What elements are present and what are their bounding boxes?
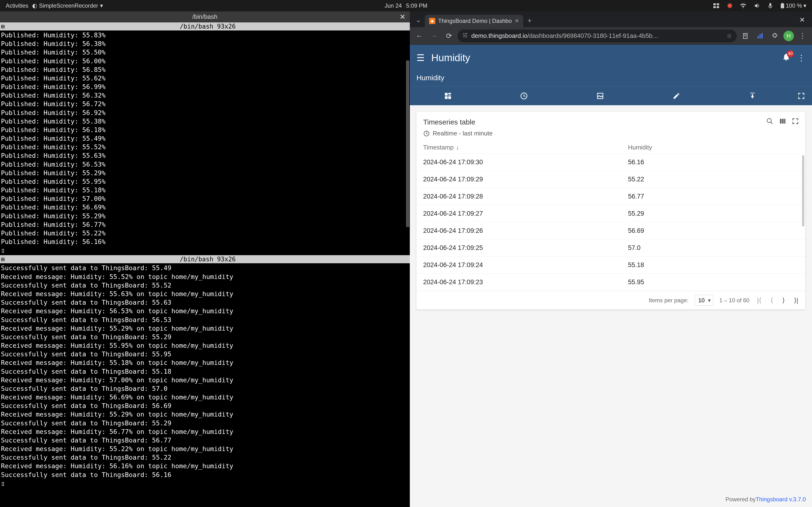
table-scrollbar-thumb[interactable] [802,155,804,227]
table-row[interactable]: 2024-06-24 17:09:24 55.18 [416,257,805,274]
favicon-icon: ◆ [429,18,435,24]
svg-rect-23 [445,96,448,99]
recording-indicator[interactable] [726,3,734,9]
notifications-button[interactable]: 40 [782,53,791,63]
analytics-icon[interactable] [754,30,766,42]
new-tab-button[interactable]: + [523,14,536,27]
gnome-top-bar: Activities ◐ SimpleScreenRecorder ▾ Jun … [0,0,812,11]
cell-humidity: 55.95 [628,279,799,286]
page-size-select[interactable]: 10 [695,295,713,305]
terminal-titlebar[interactable]: /bin/bash ✕ [0,11,410,22]
cell-humidity: 55.29 [628,210,799,217]
footer-link[interactable]: Thingsboard v.3.7.0 [756,496,806,503]
tab-close-button[interactable]: ✕ [515,18,519,24]
svg-rect-17 [758,36,759,39]
terminal-pane-top[interactable]: ⊞ /bin/bash 93x26 Published: Humidity: 5… [0,22,410,255]
profile-avatar[interactable]: H [783,31,794,41]
columns-icon[interactable] [779,118,786,126]
timewindow-button[interactable] [486,87,562,105]
app-menu-button[interactable]: ⋮ [797,53,805,63]
entities-button[interactable] [410,87,486,105]
download-button[interactable] [714,87,791,105]
table-row[interactable]: 2024-06-24 17:09:27 55.29 [416,205,805,222]
terminal-pane-bottom[interactable]: ⊞ /bin/bash 93x26 Successfully sent data… [0,255,410,507]
widget-title: Timeseries table [423,118,761,126]
window-close-button[interactable]: ✕ [794,13,810,27]
cell-timestamp: 2024-06-24 17:09:25 [423,244,628,251]
svg-rect-0 [713,3,716,5]
dashboard-subtitle: Humidity [410,71,812,86]
svg-rect-7 [782,3,783,4]
app-menu[interactable]: ◐ SimpleScreenRecorder ▾ [30,1,105,10]
table-row[interactable]: 2024-06-24 17:09:26 56.69 [416,222,805,239]
table-row[interactable]: 2024-06-24 17:09:28 56.77 [416,188,805,205]
svg-rect-29 [780,119,781,123]
last-page-button[interactable]: ⟩| [793,295,800,305]
time-range[interactable]: Realtime - last minute [416,128,805,142]
pager-range: 1 – 10 of 60 [719,297,750,304]
scrollbar-thumb[interactable] [406,60,409,227]
close-button[interactable]: ✕ [400,13,406,21]
svg-point-27 [767,119,771,123]
battery-icon [780,3,784,9]
browser-menu-button[interactable]: ⋮ [796,30,809,42]
reload-button[interactable]: ⟳ [443,30,455,42]
search-icon[interactable] [766,118,773,126]
svg-rect-11 [463,35,466,36]
bookmark-star-icon[interactable]: ☆ [726,32,732,40]
site-settings-icon[interactable] [462,33,468,40]
back-button[interactable]: ← [413,30,425,42]
table-row[interactable]: 2024-06-24 17:09:29 55.22 [416,171,805,188]
cell-timestamp: 2024-06-24 17:09:28 [423,193,628,200]
omnibox[interactable]: demo.thingsboard.io/dashboards/96984070-… [457,30,737,42]
page-title: Humidity [431,52,470,64]
pane-header-top: ⊞ /bin/bash 93x26 [0,22,410,31]
table-row[interactable]: 2024-06-24 17:09:30 56.16 [416,154,805,171]
dashboard-toolbar [410,86,812,105]
terminal-output-bottom: Successfully sent data to ThingsBoard: 5… [0,263,410,488]
battery-status[interactable]: 100 % ▾ [779,1,808,10]
extensions-icon[interactable] [769,30,781,42]
cell-timestamp: 2024-06-24 17:09:26 [423,227,628,234]
table-row[interactable]: 2024-06-24 17:09:23 55.95 [416,274,805,291]
wifi-icon[interactable] [738,2,748,9]
thingsboard-app: ☰ Humidity 40 ⋮ Humidity [410,45,812,507]
read-mode-icon[interactable] [739,30,752,42]
forward-button[interactable]: → [428,30,440,42]
export-image-button[interactable] [562,87,638,105]
cell-timestamp: 2024-06-24 17:09:29 [423,176,628,183]
sort-desc-icon: ↓ [456,144,459,151]
pager: Items per page: 10 1 – 10 of 60 |⟨ ⟨ ⟩ ⟩… [416,291,805,309]
split-icon: ⊞ [1,256,5,263]
table-row[interactable]: 2024-06-24 17:09:25 57.0 [416,239,805,257]
svg-rect-31 [784,119,785,123]
fullscreen-button[interactable] [791,87,812,105]
svg-rect-3 [717,6,719,8]
clock[interactable]: Jun 24 5:09 PM [385,2,427,9]
battery-label: 100 % [786,2,802,9]
svg-rect-9 [463,33,464,34]
page-size-select-wrap: 10 [695,295,713,305]
workspace-icon[interactable] [711,2,721,9]
prev-page-button[interactable]: ⟨ [769,295,775,305]
browser-tab[interactable]: ◆ ThingsBoard Demo | Dashbo ✕ [425,15,523,27]
tab-dropdown[interactable]: ⌄ [412,13,425,27]
col-humidity[interactable]: Humidity [628,144,799,151]
tab-title: ThingsBoard Demo | Dashbo [438,18,512,24]
edit-button[interactable] [638,87,715,105]
mic-icon[interactable] [766,2,774,9]
activities-button[interactable]: Activities [4,1,30,10]
first-page-button[interactable]: |⟨ [756,295,763,305]
volume-icon[interactable] [752,2,762,9]
next-page-button[interactable]: ⟩ [781,295,786,305]
widget-fullscreen-icon[interactable] [792,118,799,126]
cell-humidity: 55.22 [628,176,799,183]
col-timestamp[interactable]: Timestamp ↓ [423,144,628,151]
clock-icon [423,130,430,137]
pane-label: /bin/bash 93x26 [7,23,409,30]
svg-rect-19 [761,33,763,38]
date-label: Jun 24 [385,2,402,9]
hamburger-button[interactable]: ☰ [416,53,424,63]
profile-letter: H [786,33,791,39]
table-body: 2024-06-24 17:09:30 56.162024-06-24 17:0… [416,154,805,291]
